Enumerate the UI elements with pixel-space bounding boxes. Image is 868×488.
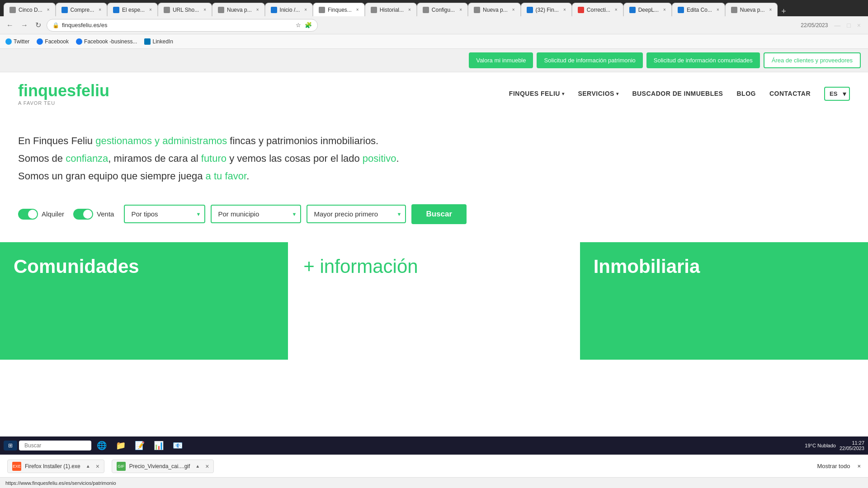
linkedin-icon <box>144 38 151 45</box>
tab-close-10[interactable]: × <box>512 7 515 12</box>
tab-8[interactable]: Historial... × <box>365 3 417 16</box>
back-button[interactable]: ← <box>5 19 15 31</box>
nav-buscador[interactable]: BUSCADOR DE INMUEBLES <box>632 90 723 97</box>
info-patrimonio-btn[interactable]: Solicitud de información patrimonio <box>537 52 642 68</box>
tipo-select[interactable]: Por tipos Piso Casa Local Oficina <box>124 205 205 223</box>
download-expand-1[interactable]: ▲ <box>86 464 90 469</box>
taskbar-app-browser[interactable]: 🌐 <box>93 439 110 452</box>
hero-line2-green1: confianza <box>66 153 108 164</box>
nav-servicios[interactable]: SERVICIOS ▾ <box>578 90 618 97</box>
tab-close-15[interactable]: × <box>769 7 772 12</box>
tab-close-12[interactable]: × <box>615 7 618 12</box>
nav-finques-feliu[interactable]: FINQUES FELIU ▾ <box>509 90 565 97</box>
download-item-1: EXE Firefox Installer (1).exe ▲ × <box>7 460 104 473</box>
main-nav: FINQUES FELIU ▾ SERVICIOS ▾ BUSCADOR DE … <box>509 87 850 101</box>
tab-close-5[interactable]: × <box>256 7 259 12</box>
maximize-button[interactable]: □ <box>844 21 853 30</box>
close-window-button[interactable]: × <box>854 21 863 30</box>
toggle-alquiler[interactable]: Alquiler <box>18 209 64 220</box>
tab-close-11[interactable]: × <box>563 7 566 12</box>
tab-close-8[interactable]: × <box>408 7 411 12</box>
tab-label-4: URL Sho... <box>173 7 199 13</box>
tab-label-3: El espe... <box>122 7 145 13</box>
card-inmobiliaria-title: Inmobiliaria <box>594 256 854 277</box>
tab-label-13: DeepL... <box>638 7 659 13</box>
card-comunidades[interactable]: Comunidades <box>0 242 288 360</box>
tab-9[interactable]: Configu... × <box>417 3 468 16</box>
tab-13[interactable]: DeepL... × <box>623 3 672 16</box>
tab-15[interactable]: Nueva p... × <box>725 3 778 16</box>
hide-download-bar-button[interactable]: × <box>857 463 861 469</box>
hero-line2-green3: positivo <box>363 153 396 164</box>
hero-line1-after: fincas y patrimonios inmobiliarios. <box>227 135 378 146</box>
taskbar-app-excel[interactable]: 📊 <box>150 439 167 452</box>
tab-2[interactable]: Compre... × <box>56 3 108 16</box>
nav-contactar[interactable]: CONTACTAR <box>769 90 811 97</box>
star-icon[interactable]: ☆ <box>296 22 301 28</box>
minimize-button[interactable]: — <box>831 21 843 30</box>
tab-favicon-3 <box>113 7 119 13</box>
new-tab-button[interactable]: + <box>778 7 790 16</box>
tab-7[interactable]: Finques... × <box>313 3 365 16</box>
toggle-venta-switch[interactable] <box>73 209 93 220</box>
weather-info: 19°C Nublado <box>805 443 836 448</box>
download-close-2[interactable]: × <box>205 463 209 470</box>
valora-btn[interactable]: Valora mi inmueble <box>469 52 533 68</box>
info-comunidades-btn[interactable]: Solicitud de información comunidades <box>646 52 760 68</box>
card-info[interactable]: + información <box>290 242 578 360</box>
tab-close-7[interactable]: × <box>356 7 359 12</box>
tab-12[interactable]: Correcti... × <box>572 3 623 16</box>
hero-line2-before: Somos de <box>18 153 66 164</box>
bookmark-twitter[interactable]: Twitter <box>5 38 29 45</box>
download-close-1[interactable]: × <box>96 463 99 470</box>
download-expand-2[interactable]: ▲ <box>195 464 200 469</box>
tab-close-6[interactable]: × <box>304 7 307 12</box>
tab-close-3[interactable]: × <box>149 7 152 12</box>
toggle-venta[interactable]: Venta <box>73 209 114 220</box>
tab-close-13[interactable]: × <box>663 7 666 12</box>
card-inmobiliaria[interactable]: Inmobiliaria <box>580 242 868 360</box>
forward-button[interactable]: → <box>19 19 30 31</box>
extensions-icon[interactable]: 🧩 <box>305 22 312 28</box>
tab-close-9[interactable]: × <box>459 7 462 12</box>
tab-close-4[interactable]: × <box>203 7 206 12</box>
taskbar-app-word[interactable]: 📝 <box>131 439 148 452</box>
area-clientes-btn[interactable]: Área de clientes y proveedores <box>764 52 861 68</box>
tab-close-14[interactable]: × <box>717 7 719 12</box>
orden-select[interactable]: Mayor precio primero Menor precio primer… <box>307 205 406 223</box>
status-url: https://www.finquesfeliu.es/es/servicios… <box>5 480 116 486</box>
show-all-downloads-button[interactable]: Mostrar todo <box>817 463 850 469</box>
tab-label-11: (32) Fin... <box>536 7 559 13</box>
tab-favicon-7 <box>319 7 325 13</box>
search-button[interactable]: Buscar <box>411 204 467 224</box>
bookmarks-bar: Twitter Facebook Facebook -business... L… <box>0 34 868 49</box>
municipio-select[interactable]: Por municipio Barcelona Girona Tarragona <box>211 205 301 223</box>
bookmark-linkedin[interactable]: LinkedIn <box>144 38 173 45</box>
reload-button[interactable]: ↻ <box>33 19 43 31</box>
tab-11[interactable]: (32) Fin... × <box>521 3 572 16</box>
tab-favicon-1 <box>9 7 16 13</box>
tab-close-1[interactable]: × <box>47 7 50 12</box>
nav-blog[interactable]: BLOG <box>736 90 755 97</box>
logo-area[interactable]: finquesfeliu A FAVOR TEU <box>18 81 109 106</box>
taskbar-app-files[interactable]: 📁 <box>112 439 129 452</box>
taskbar-search-input[interactable] <box>19 441 91 450</box>
tab-4[interactable]: URL Sho... × <box>158 3 212 16</box>
bookmark-facebook[interactable]: Facebook <box>37 38 69 45</box>
taskbar-app-outlook[interactable]: 📧 <box>169 439 186 452</box>
tab-5[interactable]: Nueva p... × <box>212 3 265 16</box>
tab-label-14: Edita Co... <box>687 7 712 13</box>
address-bar[interactable]: 🔒 finquesfeliu.es/es ☆ 🧩 <box>47 19 318 32</box>
facebook-icon <box>37 38 43 45</box>
tab-close-2[interactable]: × <box>99 7 101 12</box>
bookmark-facebook-business[interactable]: Facebook -business... <box>76 38 137 45</box>
tab-3[interactable]: El espe... × <box>107 3 158 16</box>
start-button[interactable]: ⊞ <box>4 441 17 450</box>
tab-1[interactable]: Cinco D... × <box>4 3 56 16</box>
lock-icon: 🔒 <box>52 22 59 28</box>
toggle-alquiler-switch[interactable] <box>18 209 38 220</box>
tab-6[interactable]: Inicio /... × <box>265 3 313 16</box>
lang-select[interactable]: ES CA EN <box>824 87 850 101</box>
tab-10[interactable]: Nueva p... × <box>468 3 521 16</box>
tab-14[interactable]: Edita Co... × <box>672 3 725 16</box>
